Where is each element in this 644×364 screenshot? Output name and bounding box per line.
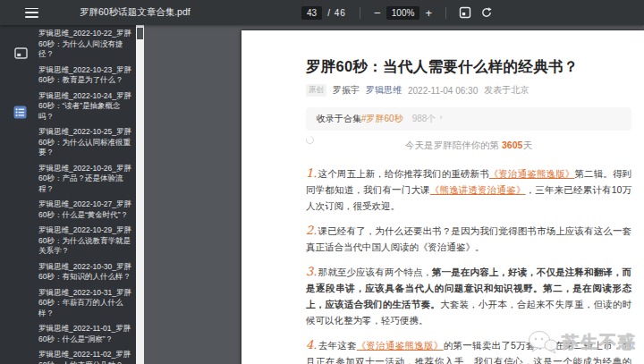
article-title: 罗胖60秒：当代人需要什么样的经典书？ <box>306 57 631 77</box>
paragraph: 1.这个周五上新，给你推荐我们的重磅新书《资治通鉴熊逸版》第二辑。得到同学都知道… <box>306 165 631 214</box>
chevron-right-icon: › <box>439 113 442 122</box>
inline-link[interactable]: 《熊逸讲透资治通鉴》 <box>430 184 526 195</box>
inline-link[interactable]: 《资治通鉴熊逸版》 <box>357 340 444 351</box>
collection-prefix: 收录于合集 <box>317 113 361 125</box>
toolbar-divider <box>445 7 446 19</box>
page-number-input[interactable]: 43 <box>301 6 322 20</box>
original-badge: 原创 <box>306 84 326 97</box>
paragraph-text: 那就至少应该有两个特点， <box>318 267 432 277</box>
zoom-level-input[interactable]: 100% <box>386 6 420 20</box>
page-total-label: / 46 <box>327 8 346 18</box>
collection-count: 988个 <box>412 113 436 125</box>
pdf-page: 罗胖60秒：当代人需要什么样的经典书？ 原创 罗振宇 罗辑思维 2022-11-… <box>242 30 644 364</box>
article-paragraphs: 1.这个周五上新，给你推荐我们的重磅新书《资治通鉴熊逸版》第二辑。得到同学都知道… <box>306 165 631 364</box>
outline-item[interactable]: 罗辑思维_2022-11-02_罗胖60秒：人的态度分几种？ <box>38 350 133 364</box>
paragraph-text: 课已经有了，为什么还要出书？是因为我们觉得图书市场上应该有这么一套真正适合当代中… <box>306 225 631 252</box>
paragraph-number: 1. <box>306 166 317 180</box>
toolbar-divider <box>360 7 360 19</box>
outline-item[interactable]: 罗辑思维_2022-10-27_罗胖60秒：什么是“黄金时代”？ <box>38 199 133 220</box>
document-filename: 罗胖60秒话题文章合集.pdf <box>80 6 191 19</box>
paragraph-text: 去年这套 <box>318 340 356 351</box>
outline-item[interactable]: 罗辑思维_2022-10-23_罗胖60秒：教育是为了什么？ <box>38 65 133 86</box>
article-content: 罗胖60秒：当代人需要什么样的经典书？ 原创 罗振宇 罗辑思维 2022-11-… <box>306 57 631 364</box>
zoom-in-button[interactable]: + <box>419 6 437 20</box>
viewer-area[interactable]: 罗胖60秒：当代人需要什么样的经典书？ 原创 罗振宇 罗辑思维 2022-11-… <box>144 25 644 364</box>
outline-item[interactable]: 罗辑思维_2022-11-01_罗胖60秒：什么是“洞察”？ <box>38 324 133 344</box>
outline-item[interactable]: 罗辑思维_2022-10-30_罗胖60秒：有知识的人什么样？ <box>38 262 133 283</box>
day-counter-suffix: 天 <box>522 140 532 150</box>
collection-tag-link[interactable]: #罗胖60秒 <box>361 113 403 125</box>
byline: 原创 罗振宇 罗辑思维 2022-11-04 06:30 发表于北京 <box>306 84 631 97</box>
outline-item[interactable]: 罗辑思维_2022-10-26_罗胖60秒：产品？还是体验流程？ <box>38 164 133 195</box>
outline-item[interactable]: 罗辑思维_2022-10-29_罗胖60秒：为什么说教育学就是关系学？ <box>38 225 133 257</box>
account-link[interactable]: 罗辑思维 <box>366 84 402 97</box>
sidebar: 罗辑思维_2022-10-22_罗胖60秒：为什么人间没有捷径？罗辑思维_202… <box>0 25 136 364</box>
outline-list: 罗辑思维_2022-10-22_罗胖60秒：为什么人间没有捷径？罗辑思维_202… <box>38 29 133 364</box>
fit-page-icon[interactable] <box>456 6 474 19</box>
outline-icon[interactable] <box>13 106 27 123</box>
day-counter: 今天是罗胖陪伴你的第 3605天 <box>306 140 631 152</box>
paragraph-number: 3. <box>306 265 317 278</box>
day-counter-number: 3605 <box>502 140 522 150</box>
outline-item[interactable]: 罗辑思维_2022-10-31_罗胖60秒：年薪百万的人什么样？ <box>38 288 133 319</box>
paragraph-number: 4. <box>306 338 317 351</box>
paragraph: 3.那就至少应该有两个特点，第一是在内容上，好读，不仅是注释和翻译，而是逐段串讲… <box>306 264 631 328</box>
rotate-icon[interactable] <box>478 6 496 19</box>
toolbar-controls: 43 / 46 − 100% + <box>301 0 497 25</box>
paragraph-number: 2. <box>306 224 317 237</box>
outline-item[interactable]: 罗辑思维_2022-10-22_罗胖60秒：为什么人间没有捷径？ <box>38 29 133 60</box>
sidebar-scrollbar[interactable] <box>136 25 144 364</box>
thumbnails-icon[interactable] <box>14 47 28 63</box>
outline-item[interactable]: 罗辑思维_2022-10-24_罗胖60秒：“读者”是抽象概念吗？ <box>38 91 133 123</box>
paragraph: 4.去年这套《资治通鉴熊逸版》的第一辑卖出了5万套，现在第二辑上市，而且正在参加… <box>306 337 631 364</box>
hamburger-menu-icon[interactable] <box>25 8 38 18</box>
publish-location: 发表于北京 <box>484 84 529 97</box>
paragraph-text: 这个周五上新，给你推荐我们的重磅新书 <box>318 168 488 179</box>
scrollbar-thumb[interactable] <box>137 28 143 39</box>
author-name: 罗振宇 <box>333 84 360 97</box>
pdf-viewer-app: 罗胖60秒话题文章合集.pdf 43 / 46 − 100% + <box>0 0 644 364</box>
inline-link[interactable]: 《资治通鉴熊逸版》 <box>489 168 575 179</box>
publish-datetime: 2022-11-04 06:30 <box>408 86 478 96</box>
paragraph: 2.课已经有了，为什么还要出书？是因为我们觉得图书市场上应该有这么一套真正适合当… <box>306 223 631 255</box>
collection-bar[interactable]: 收录于合集 #罗胖60秒 988个 › <box>306 107 631 131</box>
toolbar: 罗胖60秒话题文章合集.pdf 43 / 46 − 100% + <box>0 0 644 25</box>
day-counter-prefix: 今天是罗胖陪伴你的第 <box>405 140 502 150</box>
zoom-out-button[interactable]: − <box>369 6 386 20</box>
outline-item[interactable]: 罗辑思维_2022-10-25_罗胖60秒：为什么认同标准很重要？ <box>38 127 133 158</box>
